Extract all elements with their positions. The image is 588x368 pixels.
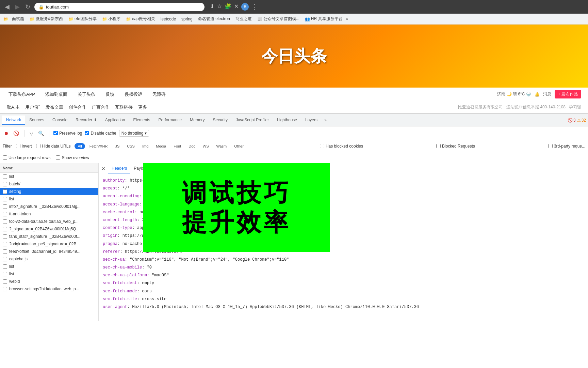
request-item[interactable]: tcc-v2-data-toutiao.fe.toutiao_web_p... — [0, 218, 98, 225]
filter-pill-wasm[interactable]: Wasm — [213, 143, 230, 149]
hide-data-urls-input[interactable] — [36, 144, 40, 148]
disable-cache-checkbox[interactable]: Disable cache — [85, 131, 116, 136]
invert-input[interactable] — [16, 144, 20, 148]
bookmark-item[interactable]: 命名管道 electron — [196, 15, 232, 22]
request-item[interactable]: feed?offset=0&channel_id=94349549... — [0, 248, 98, 255]
request-checkbox[interactable] — [3, 249, 7, 254]
tab-application[interactable]: Application — [101, 116, 129, 125]
filter-icon-button[interactable]: ▽ — [29, 129, 34, 137]
request-checkbox[interactable] — [3, 242, 7, 246]
warning-count[interactable]: ⚠ 32 — [577, 118, 586, 123]
large-rows-input[interactable] — [3, 155, 7, 160]
tab-layers[interactable]: Layers — [301, 116, 322, 125]
request-item[interactable]: captcha.js — [0, 255, 98, 263]
request-checkbox[interactable] — [3, 197, 7, 201]
request-item[interactable]: browser-settings?bid=toutiao_web_p... — [0, 285, 98, 293]
bookmark-icon[interactable]: ☆ — [217, 3, 222, 11]
filter-pill-ws[interactable]: WS — [200, 143, 212, 149]
request-checkbox[interactable] — [3, 279, 7, 284]
tab-performance[interactable]: Performance — [154, 116, 186, 125]
nav-item-download[interactable]: 下载头条APP — [7, 90, 37, 99]
subnav-item[interactable]: 发布文章 — [46, 104, 63, 110]
request-item[interactable]: list — [0, 173, 98, 180]
nav-item-desktop[interactable]: 添加到桌面 — [44, 90, 69, 99]
tab-js-profiler[interactable]: JavaScript Profiler — [232, 116, 273, 125]
download-icon[interactable]: ⬇ — [210, 3, 214, 11]
request-checkbox[interactable] — [3, 189, 7, 194]
tab-lighthouse[interactable]: Lighthouse — [273, 116, 301, 125]
request-checkbox[interactable] — [3, 204, 7, 209]
tab-security[interactable]: Security — [209, 116, 232, 125]
tab-memory[interactable]: Memory — [186, 116, 209, 125]
preserve-log-checkbox[interactable]: Preserve log — [53, 131, 82, 136]
nav-item-accessibility[interactable]: 无障碍 — [151, 90, 167, 99]
close-headers-button[interactable]: ✕ — [101, 166, 105, 171]
large-rows-checkbox[interactable]: Use large request rows — [3, 155, 50, 160]
filter-pill-all[interactable]: All — [75, 143, 85, 149]
bookmark-item[interactable]: 面试题 — [10, 15, 26, 22]
request-checkbox[interactable] — [3, 257, 7, 261]
tab-network[interactable]: Network — [2, 116, 25, 125]
third-party-input[interactable] — [548, 144, 553, 148]
request-checkbox[interactable] — [3, 219, 7, 224]
nav-item-report[interactable]: 侵权投诉 — [123, 90, 144, 99]
request-item[interactable]: batch/ — [0, 180, 98, 188]
subnav-item[interactable]: 取A.主 — [7, 104, 20, 110]
back-button[interactable]: ◀ — [3, 2, 11, 12]
close-tab-icon[interactable]: ✕ — [234, 3, 239, 11]
invert-checkbox[interactable]: Invert — [16, 144, 32, 149]
address-bar[interactable]: 🔒 toutiao.com — [34, 3, 205, 11]
request-item[interactable]: fans_stat?_signature=_02B4Z6wo00f... — [0, 233, 98, 240]
subnav-item[interactable]: 用户份ˇ — [25, 104, 40, 110]
tab-recorder[interactable]: Recorder ⬆ — [71, 116, 101, 125]
throttle-dropdown[interactable]: No throttling ▾ — [119, 130, 149, 137]
bookmark-item[interactable]: leetcode — [159, 16, 178, 22]
extensions-icon[interactable]: 🧩 — [225, 3, 231, 11]
subnav-item[interactable]: 创件合作 — [69, 104, 86, 110]
reload-button[interactable]: ↻ — [24, 2, 32, 12]
menu-icon[interactable]: ⋮ — [251, 3, 258, 11]
request-checkbox[interactable] — [3, 212, 7, 216]
filter-pill-fetch[interactable]: Fetch/XHR — [86, 143, 111, 149]
filter-pill-doc[interactable]: Doc — [185, 143, 198, 149]
bookmark-item[interactable]: 📁eap账号相关 — [124, 15, 157, 22]
nav-item-feedback[interactable]: 反馈 — [104, 90, 116, 99]
request-checkbox[interactable] — [3, 287, 7, 291]
disable-cache-input[interactable] — [85, 131, 89, 135]
request-checkbox[interactable] — [3, 227, 7, 231]
request-item[interactable]: list — [0, 270, 98, 278]
filter-pill-font[interactable]: Font — [170, 143, 184, 149]
bookmark-item[interactable]: spring — [179, 16, 195, 22]
request-item[interactable]: info?_signature=_02B4Z6wo00f01Mg... — [0, 203, 98, 210]
preserve-log-input[interactable] — [53, 131, 58, 135]
bookmark-item[interactable]: 商业之道 — [233, 15, 254, 22]
tab-sources[interactable]: Sources — [25, 116, 48, 125]
request-item[interactable]: webid — [0, 278, 98, 285]
clear-button[interactable]: 🚫 — [12, 129, 20, 137]
more-tabs-button[interactable]: » — [322, 117, 329, 124]
request-checkbox[interactable] — [3, 174, 7, 179]
show-overview-checkbox[interactable]: Show overview — [56, 155, 89, 160]
filter-pill-other[interactable]: Other — [231, 143, 247, 149]
error-count[interactable]: 🚫 3 — [568, 118, 576, 123]
search-button[interactable]: 🔍 — [37, 129, 45, 137]
request-checkbox[interactable] — [3, 234, 7, 239]
third-party-checkbox[interactable]: 3rd-party reque... — [548, 144, 585, 149]
subnav-item[interactable]: 广百合作 — [92, 104, 110, 110]
has-blocked-cookies-input[interactable] — [320, 144, 324, 148]
forward-button[interactable]: ▶ — [14, 2, 21, 12]
request-item[interactable]: ?_signature=_02B4Z6wo00f01Mg5Q... — [0, 225, 98, 233]
subnav-item[interactable]: 更多 — [138, 104, 147, 110]
notification-bell-icon[interactable]: 🔔 — [535, 92, 540, 97]
filter-pill-img[interactable]: Img — [139, 143, 151, 149]
bookmark-item[interactable]: 📰公众号文章首图模... — [255, 15, 301, 22]
request-checkbox[interactable] — [3, 272, 7, 276]
tab-console[interactable]: Console — [48, 116, 71, 125]
filter-pill-css[interactable]: CSS — [124, 143, 138, 149]
hide-data-urls-checkbox[interactable]: Hide data URLs — [36, 144, 71, 149]
request-item[interactable]: tt-anti-token — [0, 210, 98, 218]
nav-item-about[interactable]: 关于头条 — [76, 90, 97, 99]
request-item[interactable]: list — [0, 263, 98, 270]
subnav-item[interactable]: 互联链接 — [115, 104, 133, 110]
tab-headers[interactable]: Headers — [108, 164, 130, 173]
